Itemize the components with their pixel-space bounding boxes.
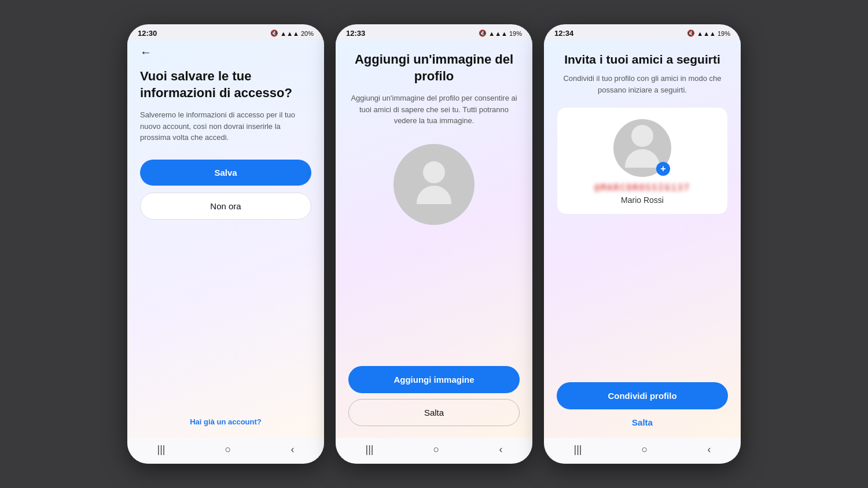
nav-home-icon-1[interactable]: ○ xyxy=(225,443,231,456)
status-time-2: 12:33 xyxy=(346,29,365,38)
battery-text-3: 19% xyxy=(718,30,730,37)
s2-buttons: Aggiungi immagine Salta xyxy=(348,366,520,426)
signal-icon-3: ▲▲▲ xyxy=(697,30,716,37)
save-button[interactable]: Salva xyxy=(140,160,311,186)
status-bar-3: 12:34 🔇 ▲▲▲ 19% xyxy=(544,24,741,40)
s1-title: Vuoi salvare le tue informazioni di acce… xyxy=(140,68,311,101)
status-icons-3: 🔇 ▲▲▲ 19% xyxy=(687,29,730,37)
share-profile-button[interactable]: Condividi profilo xyxy=(557,382,728,409)
phone-1: 12:30 🔇 ▲▲▲ 20% ← Vuoi salvare le tue in… xyxy=(127,24,324,464)
nav-home-icon-2[interactable]: ○ xyxy=(433,443,440,456)
avatar-head xyxy=(423,161,445,183)
nav-home-icon-3[interactable]: ○ xyxy=(642,443,648,456)
status-bar-2: 12:33 🔇 ▲▲▲ 19% xyxy=(336,24,532,40)
back-button-1[interactable]: ← xyxy=(140,46,311,59)
profile-card: + @MARCOROSSIG137 Mario Rossi xyxy=(557,107,728,215)
signal-icon-2: ▲▲▲ xyxy=(488,30,507,37)
battery-text-1: 20% xyxy=(301,30,314,37)
mute-icon-2: 🔇 xyxy=(479,29,487,37)
avatar-head-3 xyxy=(631,125,653,147)
skip-button-2[interactable]: Salta xyxy=(348,399,520,426)
s2-description: Aggiungi un'immagine del profilo per con… xyxy=(348,93,520,127)
status-icons-2: 🔇 ▲▲▲ 19% xyxy=(479,29,522,37)
nav-bar-1: ||| ○ ‹ xyxy=(127,438,324,464)
skip-button-3[interactable]: Salta xyxy=(627,413,657,432)
avatar-person-icon xyxy=(411,161,457,208)
status-bar-1: 12:30 🔇 ▲▲▲ 20% xyxy=(127,24,324,40)
screen-3-content: Invita i tuoi amici a seguirti Condividi… xyxy=(544,40,741,438)
username-masked: @MARCOROSSIG137 xyxy=(594,183,690,193)
battery-text-2: 19% xyxy=(509,30,522,37)
avatar-body-3 xyxy=(625,149,660,168)
phone-3: 12:34 🔇 ▲▲▲ 19% Invita i tuoi amici a se… xyxy=(544,24,741,464)
add-image-button[interactable]: Aggiungi immagine xyxy=(348,366,520,393)
mute-icon-3: 🔇 xyxy=(687,29,695,37)
screen-2-content: Aggiungi un'immagine del profilo Aggiung… xyxy=(336,40,532,438)
nav-menu-icon-2: ||| xyxy=(366,443,374,456)
phone-2: 12:33 🔇 ▲▲▲ 19% Aggiungi un'immagine del… xyxy=(336,24,532,464)
screen-1-content: ← Vuoi salvare le tue informazioni di ac… xyxy=(127,40,324,438)
s3-buttons: Condividi profilo Salta xyxy=(557,382,728,432)
nav-back-icon-1[interactable]: ‹ xyxy=(290,443,294,456)
signal-icon: ▲▲▲ xyxy=(280,30,299,37)
mute-icon: 🔇 xyxy=(270,29,278,37)
avatar-container-3: + xyxy=(613,119,671,177)
nav-bar-2: ||| ○ ‹ xyxy=(336,438,532,464)
nav-back-icon-3[interactable]: ‹ xyxy=(707,443,711,456)
avatar-add-button[interactable]: + xyxy=(656,162,670,176)
not-now-button[interactable]: Non ora xyxy=(140,193,311,220)
avatar-placeholder-2 xyxy=(393,144,475,225)
display-name: Mario Rossi xyxy=(621,195,664,205)
s2-title: Aggiungi un'immagine del profilo xyxy=(348,51,520,84)
avatar-body xyxy=(417,186,451,204)
nav-bar-3: ||| ○ ‹ xyxy=(544,438,741,464)
s1-description: Salveremo le informazioni di accesso per… xyxy=(140,109,311,143)
nav-menu-icon-3: ||| xyxy=(574,443,582,456)
s3-title: Invita i tuoi amici a seguirti xyxy=(564,51,720,67)
status-time-3: 12:34 xyxy=(554,29,573,38)
existing-account-link[interactable]: Hai già un account? xyxy=(140,417,311,426)
status-time-1: 12:30 xyxy=(138,29,157,38)
nav-back-icon-2[interactable]: ‹ xyxy=(499,443,502,456)
nav-menu-icon-1: ||| xyxy=(157,443,165,456)
status-icons-1: 🔇 ▲▲▲ 20% xyxy=(270,29,314,37)
s3-description: Condividi il tuo profilo con gli amici i… xyxy=(557,73,728,95)
